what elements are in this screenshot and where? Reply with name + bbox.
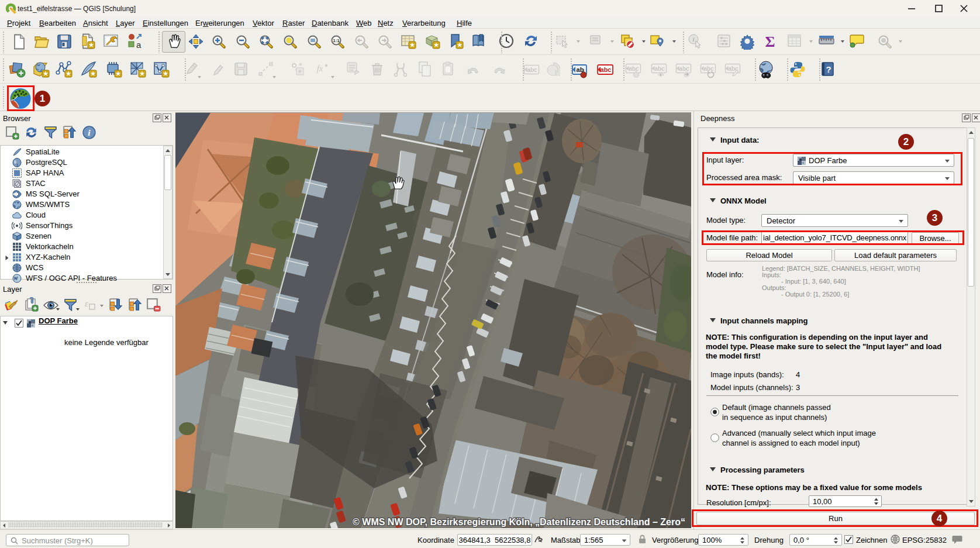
svg-text:abc: abc [601,66,612,73]
svg-text:a: a [136,40,142,50]
svg-text:1:1: 1:1 [333,38,340,43]
svg-text:ε: ε [85,299,88,308]
svg-text:Σ: Σ [765,33,775,50]
svg-text:?: ? [826,64,831,74]
svg-text:© WMS NW DOP, Bezirksregierung: © WMS NW DOP, Bezirksregierung Köln, „Da… [353,517,685,527]
svg-text:fx: fx [317,64,323,73]
svg-text:i: i [88,127,91,137]
